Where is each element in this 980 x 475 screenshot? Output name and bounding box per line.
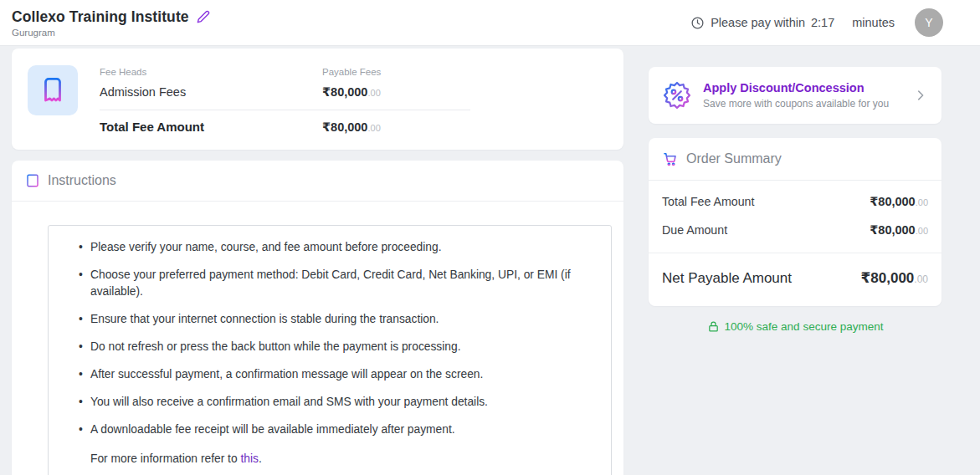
top-header: Collexo Training Institute Gurugram Plea… [0, 0, 980, 46]
timer-text: Please pay within [711, 16, 805, 29]
instructions-title: Instructions [48, 173, 116, 188]
lock-icon [707, 320, 720, 333]
secure-payment-note: 100% safe and secure payment [649, 320, 942, 333]
user-avatar[interactable]: Y [915, 8, 943, 37]
discount-badge-icon [662, 80, 692, 110]
instruction-item: After successful payment, a confirmation… [57, 366, 598, 383]
institute-name: Collexo Training Institute [12, 8, 189, 26]
divider [100, 110, 470, 110]
instruction-item: You will also receive a confirmation ema… [57, 394, 598, 411]
total-fee-label: Total Fee Amount [100, 120, 322, 134]
cart-icon [662, 151, 679, 167]
more-info-link[interactable]: this [240, 452, 258, 465]
net-payable-label: Net Payable Amount [662, 270, 792, 287]
chevron-right-icon[interactable] [913, 88, 928, 103]
instruction-item: Do not refresh or press the back button … [57, 339, 598, 355]
table-row: Admission Fees ₹80,000.00 [100, 84, 608, 100]
column-header-payable-fees: Payable Fees [322, 67, 608, 77]
summary-row: Due Amount ₹80,000.00 [662, 222, 928, 238]
edit-pencil-icon[interactable] [197, 10, 210, 23]
timer-value: 2:17 [811, 16, 834, 29]
fee-head-name: Admission Fees [100, 85, 322, 99]
net-payable-row: Net Payable Amount ₹80,000.00 [649, 253, 942, 306]
instruction-item: Please verify your name, course, and fee… [57, 239, 598, 256]
instructions-card: Instructions Please verify your name, co… [12, 161, 623, 475]
summary-amount: ₹80,000.00 [870, 194, 928, 209]
more-info-line: For more information refer to this. [90, 452, 598, 465]
instruction-item: Ensure that your internet connection is … [57, 311, 598, 328]
discount-title: Apply Discount/Concession [703, 81, 889, 94]
secure-payment-text: 100% safe and secure payment [725, 320, 884, 333]
apply-discount-card[interactable]: Apply Discount/Concession Save more with… [649, 67, 942, 124]
order-summary-card: Order Summary Total Fee Amount ₹80,000.0… [649, 138, 942, 306]
column-header-fee-heads: Fee Heads [100, 67, 322, 77]
instructions-box: Please verify your name, course, and fee… [48, 225, 612, 475]
fee-summary-card: Fee Heads Payable Fees Admission Fees ₹8… [12, 49, 623, 150]
receipt-icon [28, 65, 78, 115]
total-row: Total Fee Amount ₹80,000.00 [100, 120, 608, 135]
instruction-item: Choose your preferred payment method: De… [57, 267, 598, 300]
payment-timer: Please pay within 2:17 minutes [690, 16, 895, 30]
institute-location: Gurugram [12, 28, 210, 38]
summary-amount: ₹80,000.00 [870, 222, 928, 238]
clock-icon [690, 16, 705, 30]
institute-block: Collexo Training Institute Gurugram [12, 8, 210, 38]
summary-row: Total Fee Amount ₹80,000.00 [662, 194, 928, 209]
discount-subtitle: Save more with coupons available for you [703, 98, 889, 110]
instruction-item: A downloadable fee receipt will be avail… [57, 421, 598, 438]
timer-unit: minutes [852, 16, 895, 29]
fee-table: Fee Heads Payable Fees Admission Fees ₹8… [100, 65, 608, 135]
total-fee-amount: ₹80,000.00 [322, 120, 608, 135]
order-summary-title: Order Summary [686, 151, 782, 166]
instructions-list: Please verify your name, course, and fee… [57, 239, 598, 438]
divider [12, 201, 623, 202]
page-content: Fee Heads Payable Fees Admission Fees ₹8… [0, 46, 980, 475]
net-payable-amount: ₹80,000.00 [860, 269, 928, 287]
instructions-doc-icon [25, 173, 40, 188]
fee-amount: ₹80,000.00 [322, 84, 608, 100]
